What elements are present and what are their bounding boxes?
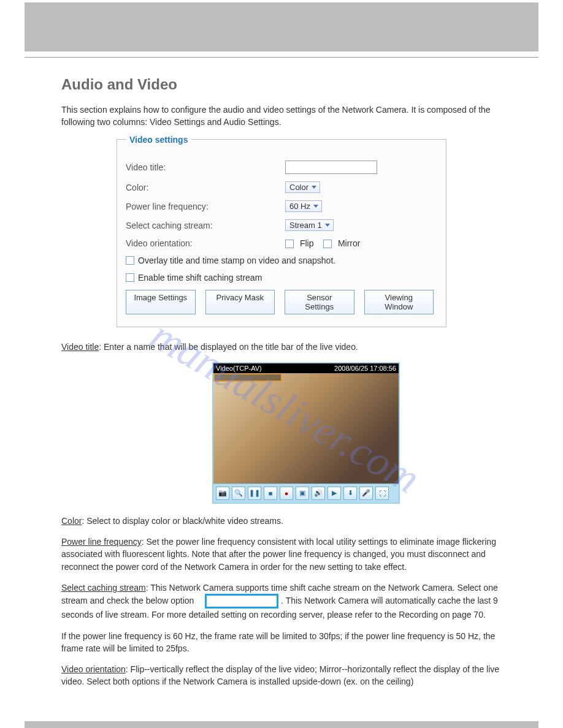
video-toolbar: 📷 🔍 ❚❚ ■ ● ▣ 🔊 ▶ ⬇ 🎤 ⛶ [213, 483, 399, 502]
row-caching-stream: Select caching stream: Stream 1 [126, 219, 437, 231]
zoom-icon[interactable]: 🔍 [232, 487, 245, 500]
camera-icon[interactable]: 📷 [216, 487, 229, 500]
image-settings-button[interactable]: Image Settings [126, 290, 196, 314]
label-orientation: Video orientation: [126, 238, 285, 248]
input-video-title[interactable] [285, 161, 377, 174]
label-flip: Flip [300, 238, 314, 248]
select-powerline[interactable]: 60 Hz [285, 200, 322, 212]
section-heading: Audio and Video [61, 76, 502, 93]
checkbox-mirror[interactable] [323, 240, 332, 248]
label-video-title: Video title: [126, 162, 285, 172]
fullscreen-icon[interactable]: ⛶ [375, 487, 389, 500]
label-powerline: Power line frequency: [126, 202, 285, 211]
heading-video-title: Video title [61, 342, 99, 352]
video-settings-panel: Video settings Video title: Color: Color… [117, 139, 446, 327]
heading-orientation: Video orientation [61, 664, 126, 674]
video-title-bar: Video(TCP-AV) 2008/06/25 17:08:56 [213, 363, 399, 373]
video-frame [213, 373, 399, 483]
video-preview: Video(TCP-AV) 2008/06/25 17:08:56 📷 🔍 ❚❚… [212, 362, 400, 504]
snapshot-icon[interactable]: ▣ [296, 487, 309, 500]
para-powerline: Power line frequency: Set the power line… [61, 536, 502, 573]
pause-icon[interactable]: ❚❚ [248, 487, 261, 500]
title-overlay-box [213, 373, 282, 382]
mic-icon[interactable]: 🎤 [359, 487, 373, 500]
heading-caching: Select caching stream [61, 583, 146, 593]
text-color: : Select to display color or black/white… [82, 516, 283, 526]
section-intro: This section explains how to configure t… [61, 104, 502, 128]
row-orientation: Video orientation: Flip Mirror [126, 238, 437, 248]
record-icon[interactable]: ● [280, 487, 293, 500]
heading-color: Color [61, 516, 82, 526]
label-overlay: Overlay title and time stamp on video an… [138, 256, 335, 265]
select-color[interactable]: Color [285, 181, 320, 193]
label-timeshift: Enable time shift caching stream [138, 273, 262, 282]
label-caching-stream: Select caching stream: [126, 221, 285, 230]
settings-button-row: Image Settings Privacy Mask Sensor Setti… [126, 290, 437, 314]
text-orientation: : Flip--vertically reflect the display o… [61, 664, 499, 686]
row-video-title: Video title: [126, 161, 437, 174]
bottom-banner [25, 721, 538, 728]
stop-icon[interactable]: ■ [264, 487, 277, 500]
text-video-title: : Enter a name that will be displayed on… [99, 342, 358, 352]
checkbox-timeshift[interactable] [126, 273, 134, 282]
viewing-window-button[interactable]: Viewing Window [364, 290, 434, 314]
checkbox-flip[interactable] [285, 240, 294, 248]
label-mirror: Mirror [338, 238, 361, 248]
row-color: Color: Color [126, 181, 437, 193]
para-video-title: Video title: Enter a name that will be d… [61, 341, 502, 353]
video-settings-legend: Video settings [126, 135, 191, 145]
document-body: manualsliver.com Audio and Video This se… [0, 51, 563, 709]
select-caching-stream[interactable]: Stream 1 [285, 219, 334, 231]
row-overlay: Overlay title and time stamp on video an… [126, 256, 437, 265]
top-banner [25, 2, 538, 51]
preview-wrap: Video(TCP-AV) 2008/06/25 17:08:56 📷 🔍 ❚❚… [212, 362, 400, 504]
video-timestamp: 2008/06/25 17:08:56 [334, 365, 396, 372]
label-color: Color: [126, 183, 285, 192]
video-label: Video(TCP-AV) [216, 365, 262, 372]
download-icon[interactable]: ⬇ [343, 487, 357, 500]
volume-icon[interactable]: 🔊 [312, 487, 325, 500]
checkbox-overlay[interactable] [126, 256, 134, 265]
privacy-mask-button[interactable]: Privacy Mask [205, 290, 275, 314]
para-color: Color: Select to display color or black/… [61, 515, 502, 527]
row-timeshift: Enable time shift caching stream [126, 273, 437, 282]
para-orientation: Video orientation: Flip--vertically refl… [61, 663, 502, 688]
para-tip: If the power line frequency is 60 Hz, th… [61, 630, 502, 655]
heading-powerline: Power line frequency [61, 537, 142, 547]
row-powerline: Power line frequency: 60 Hz [126, 200, 437, 212]
para-caching: Select caching stream: This Network Came… [61, 582, 502, 621]
save-icon[interactable]: ▶ [327, 487, 341, 500]
timeshift-badge [205, 594, 278, 609]
sensor-settings-button[interactable]: Sensor Settings [285, 290, 354, 314]
